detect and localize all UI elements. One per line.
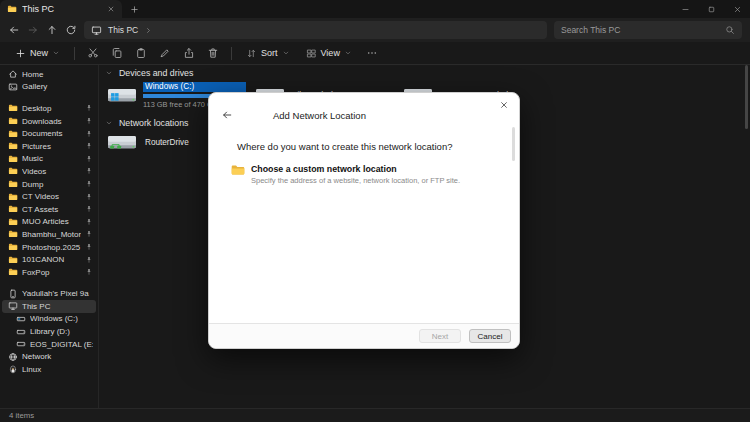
titlebar: This PC	[0, 0, 750, 18]
pin-icon	[85, 167, 93, 175]
section-title: Network locations	[119, 118, 188, 128]
sidebar-item-documents[interactable]: Documents	[2, 127, 96, 140]
sidebar-item-ct-assets[interactable]: CT Assets	[2, 203, 96, 216]
folder-icon	[8, 217, 18, 227]
folder-icon	[8, 103, 18, 113]
sidebar-divider	[2, 93, 96, 102]
sidebar-item-label: 101CANON	[22, 255, 81, 264]
minimize-button[interactable]	[672, 0, 698, 18]
sidebar-item-videos[interactable]: Videos	[2, 165, 96, 178]
pin-icon	[85, 218, 93, 226]
paste-button[interactable]	[130, 44, 152, 63]
breadcrumb[interactable]: This PC	[84, 21, 547, 39]
section-devices-and-drives[interactable]: Devices and drives	[105, 66, 750, 80]
maximize-button[interactable]	[698, 0, 724, 18]
windows-drive-icon	[16, 314, 26, 324]
sidebar-item-bhambhu-motorsport[interactable]: Bhambhu_Motorsport	[2, 228, 96, 241]
sidebar-item-home[interactable]: Home	[2, 68, 96, 81]
chevron-down-icon	[282, 49, 290, 57]
sidebar-item-desktop[interactable]: Desktop	[2, 102, 96, 115]
new-button[interactable]: New	[8, 44, 67, 63]
refresh-button[interactable]	[65, 24, 77, 36]
gallery-icon	[8, 82, 18, 92]
breadcrumb-item-this-pc[interactable]: This PC	[108, 25, 138, 35]
dialog-title: Add Network Location	[273, 110, 366, 121]
command-toolbar: New Sort View	[0, 42, 750, 65]
dialog-back-icon[interactable]	[221, 109, 233, 121]
sidebar-item-label: MUO Articles	[22, 217, 81, 226]
forward-button[interactable]	[27, 24, 39, 36]
sidebar-item-muo-articles[interactable]: MUO Articles	[2, 216, 96, 229]
sidebar-item-this-pc[interactable]: This PC	[2, 300, 96, 313]
chevron-right-icon[interactable]	[144, 26, 153, 35]
sidebar-item-gallery[interactable]: Gallery	[2, 81, 96, 94]
sidebar-item-eos-digital-e[interactable]: EOS_DIGITAL (E:)	[2, 338, 96, 351]
cut-button[interactable]	[82, 44, 104, 63]
more-options-button[interactable]	[361, 44, 383, 63]
scrollbar-thumb[interactable]	[745, 65, 748, 129]
delete-button[interactable]	[202, 44, 224, 63]
back-button[interactable]	[8, 24, 20, 36]
status-bar: 4 items	[0, 408, 750, 422]
dialog-close-icon[interactable]	[499, 100, 509, 110]
sidebar-item-downloads[interactable]: Downloads	[2, 115, 96, 128]
rename-button[interactable]	[154, 44, 176, 63]
custom-network-location-option[interactable]: Choose a custom network location Specify…	[231, 164, 507, 185]
sidebar-item-dump[interactable]: Dump	[2, 178, 96, 191]
copy-button[interactable]	[106, 44, 128, 63]
search-box[interactable]	[554, 21, 742, 39]
new-button-label: New	[30, 48, 48, 58]
search-input[interactable]	[561, 25, 721, 35]
this-pc-icon	[91, 25, 102, 36]
folder-icon	[8, 192, 18, 202]
sidebar-item-label: Pictures	[22, 142, 81, 151]
sidebar-item-label: Music	[22, 154, 81, 163]
scrollbar[interactable]	[745, 65, 748, 408]
pin-icon	[85, 104, 93, 112]
view-button[interactable]: View	[299, 44, 359, 63]
chevron-down-icon	[105, 119, 113, 127]
sidebar-item-label: Videos	[22, 167, 81, 176]
cancel-button[interactable]: Cancel	[469, 329, 511, 343]
sidebar-item-foxpop[interactable]: FoxPop	[2, 266, 96, 279]
tab-this-pc[interactable]: This PC	[0, 0, 122, 18]
folder-icon	[231, 164, 245, 176]
tab-title: This PC	[22, 4, 102, 14]
sidebar-item-pictures[interactable]: Pictures	[2, 140, 96, 153]
drive-icon	[16, 327, 26, 337]
sidebar-item-network[interactable]: Network	[2, 350, 96, 363]
share-button[interactable]	[178, 44, 200, 63]
sidebar-item-yadullah-s-pixel-9a[interactable]: Yadullah's Pixel 9a	[2, 288, 96, 301]
add-network-location-dialog: Add Network Location Where do you want t…	[208, 92, 520, 349]
search-icon	[725, 25, 735, 35]
new-tab-button[interactable]	[122, 0, 146, 18]
pin-icon	[85, 256, 93, 264]
folder-icon	[8, 166, 18, 176]
view-button-label: View	[321, 48, 340, 58]
plus-icon	[15, 48, 26, 59]
sidebar-item-linux[interactable]: Linux	[2, 363, 96, 376]
dialog-scrollbar[interactable]	[512, 127, 515, 161]
up-button[interactable]	[46, 24, 58, 36]
sidebar-item-101canon[interactable]: 101CANON	[2, 253, 96, 266]
next-button[interactable]: Next	[419, 329, 461, 343]
sidebar-item-windows-c[interactable]: Windows (C:)	[2, 313, 96, 326]
chevron-down-icon	[52, 49, 60, 57]
sidebar-item-photoshop-2025[interactable]: Photoshop.2025	[2, 241, 96, 254]
sort-button[interactable]: Sort	[239, 44, 297, 63]
option-title: Choose a custom network location	[251, 164, 460, 174]
sidebar-item-library-d[interactable]: Library (D:)	[2, 325, 96, 338]
pin-icon	[85, 142, 93, 150]
sidebar-item-label: Documents	[22, 129, 81, 138]
pin-icon	[85, 243, 93, 251]
pin-icon	[85, 193, 93, 201]
sidebar-item-ct-videos[interactable]: CT Videos	[2, 190, 96, 203]
sidebar-item-label: Bhambhu_Motorsport	[22, 230, 81, 239]
tab-close-icon[interactable]	[107, 5, 115, 13]
address-bar: This PC	[0, 18, 750, 42]
sidebar-item-label: Network	[22, 352, 93, 361]
window-close-button[interactable]	[724, 0, 750, 18]
sidebar-divider	[2, 279, 96, 288]
sidebar-item-music[interactable]: Music	[2, 153, 96, 166]
option-text: Choose a custom network location Specify…	[251, 164, 460, 185]
